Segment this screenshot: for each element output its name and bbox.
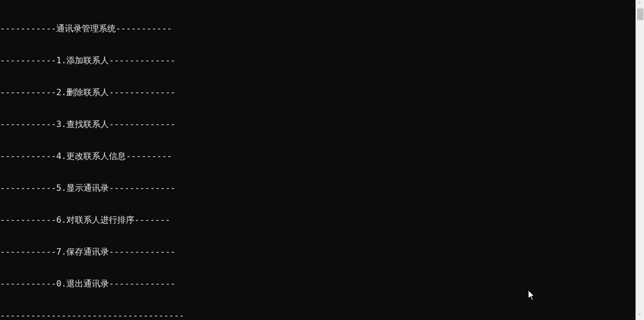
menu-item-2: -----------2.删除联系人------------- <box>0 87 636 98</box>
chevron-up-icon: ˄ <box>639 2 641 7</box>
menu-item-1: -----------1.添加联系人------------- <box>0 55 636 66</box>
scroll-down-button[interactable]: ˅ <box>636 311 645 320</box>
chevron-down-icon: ˅ <box>639 313 641 318</box>
menu-item-4: -----------4.更改联系人信息--------- <box>0 151 636 162</box>
menu-item-3: -----------3.查找联系人------------- <box>0 119 636 130</box>
menu-item-0: -----------0.退出通讯录------------- <box>0 279 636 289</box>
app-window: -----------通讯录管理系统----------- ----------… <box>0 0 644 320</box>
menu-header: -----------通讯录管理系统----------- <box>0 23 636 34</box>
menu-item-7: -----------7.保存通讯录------------- <box>0 247 636 257</box>
vertical-scrollbar[interactable]: ˄ ˅ <box>636 0 644 320</box>
menu-footer: ------------------------------------ <box>0 310 636 320</box>
menu-item-5: -----------5.显示通讯录------------- <box>0 183 636 193</box>
scroll-thumb[interactable] <box>637 9 643 20</box>
scroll-up-button[interactable]: ˄ <box>636 0 645 9</box>
scroll-track[interactable] <box>636 9 645 311</box>
menu-item-6: -----------6.对联系人进行排序------- <box>0 215 636 225</box>
console-output: -----------通讯录管理系统----------- ----------… <box>0 0 636 320</box>
